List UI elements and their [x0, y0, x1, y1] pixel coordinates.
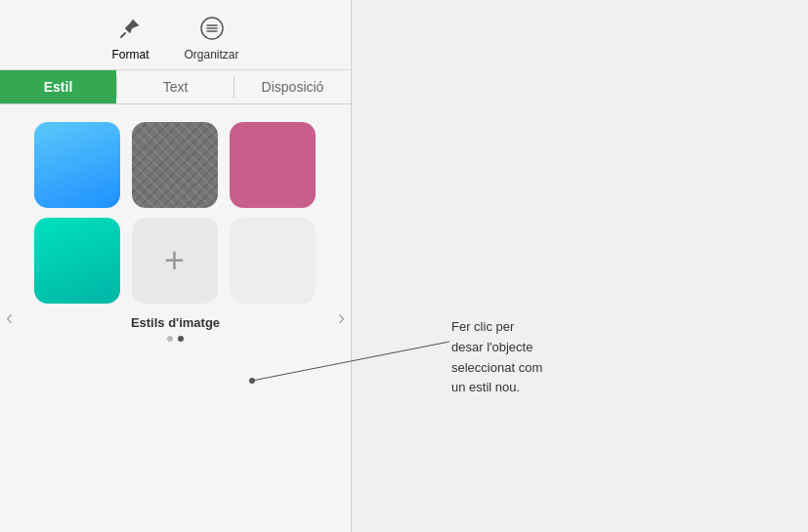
tab-estil[interactable]: Estil	[0, 70, 116, 103]
organitzar-icon	[199, 16, 225, 45]
toolbar: Format Organitzar	[0, 0, 351, 70]
nav-arrow-left[interactable]: ‹	[2, 306, 17, 331]
dot-1	[167, 336, 173, 342]
style-grid: +	[34, 122, 318, 304]
page-dots	[167, 336, 184, 342]
add-icon: +	[164, 243, 185, 278]
format-button[interactable]: Format	[94, 10, 166, 69]
swatch-empty	[230, 218, 316, 304]
annotation-line4: un estil nou.	[451, 380, 520, 394]
annotation-line3: seleccionat com	[451, 360, 542, 375]
format-label: Format	[111, 48, 149, 61]
swatch-gray[interactable]	[132, 122, 218, 208]
style-area: ‹ + › Estils d'imatge	[0, 104, 351, 532]
annotation-line1: Fer clic per	[451, 319, 514, 334]
swatch-teal[interactable]	[34, 218, 120, 304]
swatch-add[interactable]: +	[132, 218, 218, 304]
dot-2	[178, 336, 184, 342]
tabs-row: Estil Text Disposició	[0, 70, 351, 104]
format-icon	[117, 16, 143, 45]
organitzar-button[interactable]: Organitzar	[166, 10, 256, 69]
annotation-line2: desar l'objecte	[451, 340, 532, 354]
nav-arrow-right[interactable]: ›	[334, 306, 349, 331]
tab-disposicio[interactable]: Disposició	[234, 70, 351, 103]
svg-line-0	[121, 33, 125, 37]
style-label: Estils d'imatge	[131, 315, 220, 330]
swatch-blue[interactable]	[34, 122, 120, 208]
tab-text[interactable]: Text	[117, 70, 234, 103]
organitzar-label: Organitzar	[184, 48, 238, 61]
swatch-pink[interactable]	[230, 122, 316, 208]
annotation-text: Fer clic per desar l'objecte seleccionat…	[451, 317, 542, 398]
panel: Format Organitzar Estil	[0, 0, 352, 532]
scene: Format Organitzar Estil	[0, 0, 808, 532]
